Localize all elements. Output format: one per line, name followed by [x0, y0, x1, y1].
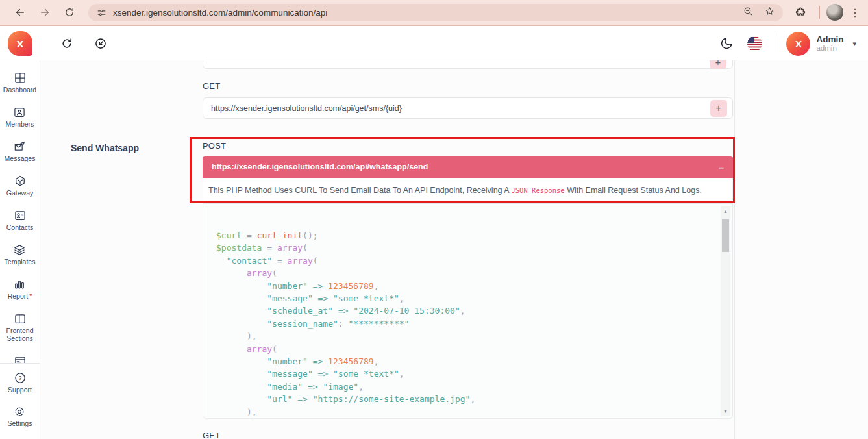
- sidebar-item-dashboard[interactable]: Dashboard: [3, 71, 36, 94]
- page: xsender.igensolutionsltd.com/admin/commu…: [0, 0, 868, 439]
- card-icon: [14, 355, 27, 363]
- url-text[interactable]: xsender.igensolutionsltd.com/admin/commu…: [113, 8, 736, 18]
- code-line: ),: [216, 330, 709, 342]
- sidebar-item-messages[interactable]: Messages: [5, 140, 36, 162]
- address-bar[interactable]: xsender.igensolutionsltd.com/admin/commu…: [88, 4, 783, 21]
- visit-site-globe-icon[interactable]: [93, 36, 108, 51]
- sidebar-item-label: Gateway: [6, 189, 33, 197]
- zoom-out-icon[interactable]: [743, 6, 754, 19]
- site-settings-icon[interactable]: [96, 7, 107, 18]
- browser-forward-icon[interactable]: [38, 6, 51, 19]
- user-role: admin: [816, 44, 843, 53]
- code-line: "number" => 123456789,: [216, 355, 709, 368]
- code-line: $curl = curl_init();: [216, 229, 709, 242]
- report-icon: [13, 278, 26, 291]
- dashboard-icon: [14, 71, 27, 84]
- get-endpoint-url: https://xsender.igensolutionsltd.com/api…: [211, 104, 710, 113]
- main-content: + GET https://xsender.igensolutionsltd.c…: [40, 60, 868, 439]
- scroll-up-icon[interactable]: ▲: [721, 207, 730, 216]
- bookmark-star-icon[interactable]: [764, 6, 775, 19]
- code-line: ),: [216, 406, 709, 418]
- previous-endpoint-input-partial[interactable]: [203, 60, 733, 69]
- sidebar-item-settings[interactable]: Settings: [8, 405, 32, 427]
- browser-menu-icon[interactable]: ⋮: [850, 6, 860, 19]
- required-asterisk: *: [29, 292, 32, 300]
- get-add-button[interactable]: +: [710, 100, 727, 117]
- sidebar-item-label: Report*: [8, 292, 32, 300]
- code-line: "contact" = array(: [216, 255, 709, 267]
- sidebar-item-members[interactable]: Members: [6, 106, 34, 128]
- code-line: "message" => "some *text*",: [216, 292, 709, 305]
- templates-icon: [13, 244, 26, 257]
- members-icon: [13, 106, 26, 119]
- get-endpoint-row[interactable]: https://xsender.igensolutionsltd.com/api…: [203, 97, 733, 119]
- code-line: "message" => "some *text*",: [216, 368, 709, 380]
- sidebar-item-hidden-partial[interactable]: [14, 355, 27, 363]
- browser-toolbar: xsender.igensolutionsltd.com/admin/commu…: [0, 0, 868, 26]
- user-meta[interactable]: Admin admin: [816, 34, 843, 53]
- sidebar-item-support[interactable]: ?Support: [8, 371, 32, 394]
- language-flag-icon[interactable]: [747, 36, 762, 51]
- collapse-minus-button[interactable]: –: [719, 162, 724, 172]
- code-line: $postdata = array(: [216, 242, 709, 254]
- frontend-icon: [14, 312, 27, 325]
- code-scrollbar[interactable]: ▲ ▼: [721, 206, 730, 416]
- code-line: "session_name": "**********": [216, 318, 709, 330]
- support-icon: ?: [14, 371, 27, 384]
- post-method-label: POST: [203, 141, 226, 151]
- sidebar-item-label: Dashboard: [3, 86, 36, 94]
- browser-separator: [819, 6, 820, 19]
- get-method-label: GET: [203, 81, 220, 91]
- code-line: "media" => "image",: [216, 381, 709, 393]
- browser-back-icon[interactable]: [14, 6, 27, 19]
- extensions-puzzle-icon[interactable]: [794, 6, 807, 19]
- user-menu-caret-icon[interactable]: ▾: [852, 40, 856, 48]
- sidebar-item-report[interactable]: Report*: [8, 278, 32, 300]
- gateway-icon: [14, 175, 27, 188]
- svg-text:?: ?: [18, 375, 21, 381]
- dark-mode-moon-icon[interactable]: [720, 36, 734, 51]
- user-avatar[interactable]: X: [786, 32, 810, 56]
- sidebar-nav: DashboardMembersMessagesGatewayContactsT…: [0, 60, 40, 363]
- code-line: "schedule_at" => "2024-07-10 15:30:00",: [216, 305, 709, 317]
- scroll-down-icon[interactable]: ▼: [721, 407, 730, 416]
- sidebar-footer: ?SupportSettings: [0, 363, 40, 439]
- sidebar-item-label: Messages: [5, 155, 36, 162]
- scrollbar-thumb[interactable]: [722, 220, 729, 252]
- sidebar-item-label: Settings: [8, 420, 32, 427]
- app-header: x X Admin admin ▾: [0, 27, 868, 60]
- code-line: array(: [216, 267, 709, 279]
- user-name: Admin: [816, 34, 843, 45]
- sidebar-item-gateway[interactable]: Gateway: [6, 175, 33, 197]
- sidebar-item-label: Members: [6, 120, 34, 128]
- logo-x-icon: x: [8, 31, 32, 56]
- sidebar: DashboardMembersMessagesGatewayContactsT…: [0, 60, 40, 439]
- post-endpoint-bar[interactable]: https://xsender.igensolutionsltd.com/api…: [203, 156, 733, 178]
- previous-add-button[interactable]: +: [710, 60, 726, 69]
- code-block-lines[interactable]: $curl = curl_init();$postdata = array( "…: [203, 204, 732, 418]
- contacts-icon: [14, 209, 27, 222]
- header-separator: [775, 35, 775, 52]
- clear-cache-refresh-icon[interactable]: [60, 36, 74, 51]
- post-endpoint-url: https://xsender.igensolutionsltd.com/api…: [212, 162, 428, 171]
- browser-reload-icon[interactable]: [63, 6, 76, 19]
- sidebar-item-label: Support: [8, 386, 32, 394]
- sidebar-item-contacts[interactable]: Contacts: [6, 209, 33, 231]
- sidebar-item-frontend-sections[interactable]: Frontend Sections: [1, 312, 39, 342]
- code-line: "number" => 123456789,: [216, 280, 709, 292]
- settings-icon: [13, 405, 26, 418]
- content-right-edge: [734, 60, 735, 439]
- send-whatsapp-section-label: Send Whatsapp: [71, 143, 139, 153]
- sidebar-item-label: Templates: [5, 258, 36, 266]
- sidebar-item-label: Frontend Sections: [1, 327, 39, 342]
- next-get-method-label: GET: [203, 431, 220, 439]
- endpoint-description: This PHP Method Uses CURL To Send Email …: [208, 186, 702, 195]
- browser-profile-avatar[interactable]: [826, 4, 843, 21]
- messages-icon: [13, 140, 26, 153]
- app-logo[interactable]: x: [0, 31, 40, 56]
- sidebar-item-templates[interactable]: Templates: [5, 244, 36, 266]
- code-sample-box: $curl = curl_init();$postdata = array( "…: [203, 203, 733, 419]
- code-line: "url" => "https://some-site-example.jpg"…: [216, 393, 709, 405]
- endpoint-description-row: This PHP Method Uses CURL To Send Email …: [203, 178, 733, 203]
- code-line: array(: [216, 343, 709, 355]
